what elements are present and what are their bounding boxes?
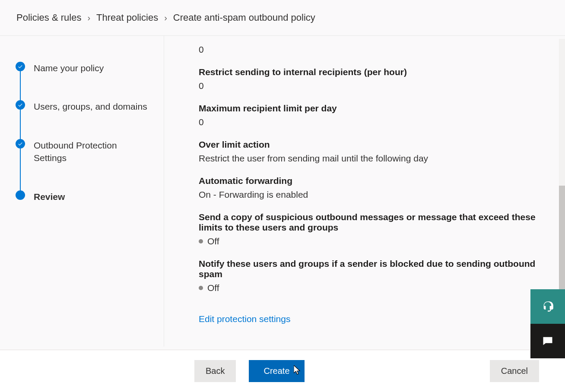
breadcrumb-item-create: Create anti-spam outbound policy (173, 12, 315, 23)
create-button[interactable]: Create (249, 360, 304, 382)
field-label-max-recipient: Maximum recipient limit per day (199, 103, 539, 114)
field-label-over-limit: Over limit action (199, 139, 539, 150)
help-panel (530, 289, 565, 358)
checkmark-icon (16, 100, 25, 110)
checkmark-icon (16, 62, 25, 71)
wizard-step-settings[interactable]: Outbound Protection Settings (16, 139, 151, 190)
field-value-top: 0 (199, 44, 539, 55)
breadcrumb-item-threat[interactable]: Threat policies (96, 12, 158, 23)
wizard-sidebar: Name your policy Users, groups, and doma… (0, 36, 164, 347)
wizard-footer: Back Create Cancel (0, 350, 565, 392)
wizard-step-label: Outbound Protection Settings (34, 139, 151, 164)
wizard-step-label: Users, groups, and domains (34, 100, 147, 113)
edit-protection-settings-link[interactable]: Edit protection settings (199, 314, 290, 324)
review-panel: 0 Restrict sending to internal recipient… (164, 36, 565, 347)
field-label-send-copy: Send a copy of suspicious outbound messa… (199, 212, 539, 233)
back-button[interactable]: Back (194, 360, 236, 382)
headset-icon (542, 300, 554, 313)
headset-support-button[interactable] (530, 289, 565, 324)
wizard-step-name[interactable]: Name your policy (16, 62, 151, 100)
wizard-step-label: Review (34, 190, 65, 203)
field-value-auto-forwarding: On - Forwarding is enabled (199, 190, 539, 200)
feedback-icon (542, 335, 554, 347)
field-value-over-limit: Restrict the user from sending mail unti… (199, 153, 539, 164)
feedback-button[interactable] (530, 324, 565, 358)
breadcrumb-item-policies[interactable]: Policies & rules (16, 12, 81, 23)
wizard-step-label: Name your policy (34, 62, 104, 74)
status-dot-icon (199, 286, 203, 290)
chevron-right-icon: › (164, 13, 167, 23)
checkmark-icon (16, 139, 25, 149)
field-value-send-copy: Off (207, 236, 219, 247)
field-value-max-recipient: 0 (199, 117, 539, 127)
field-label-restrict-internal: Restrict sending to internal recipients … (199, 67, 539, 77)
wizard-step-review[interactable]: Review (16, 190, 151, 203)
chevron-right-icon: › (87, 13, 90, 23)
field-label-auto-forwarding: Automatic forwarding (199, 176, 539, 186)
field-value-notify-blocked: Off (207, 283, 219, 293)
wizard-step-users[interactable]: Users, groups, and domains (16, 100, 151, 139)
breadcrumb: Policies & rules › Threat policies › Cre… (0, 0, 565, 36)
field-label-notify-blocked: Notify these users and groups if a sende… (199, 259, 539, 279)
cancel-button[interactable]: Cancel (490, 360, 539, 382)
field-value-restrict-internal: 0 (199, 81, 539, 91)
status-dot-icon (199, 239, 203, 243)
current-step-icon (16, 190, 25, 200)
